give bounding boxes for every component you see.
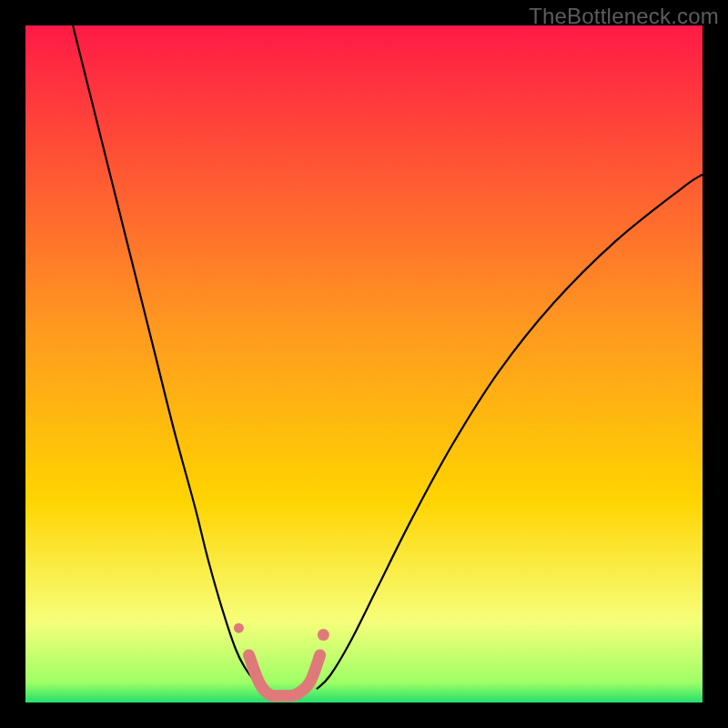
background-gradient: [25, 25, 703, 703]
dot-upper-left: [234, 623, 244, 633]
watermark-text: TheBottleneck.com: [529, 4, 719, 29]
plot-area: [25, 25, 703, 703]
chart-svg: [25, 25, 703, 703]
chart-frame: TheBottleneck.com: [0, 0, 728, 728]
dot-upper-right: [318, 629, 329, 641]
